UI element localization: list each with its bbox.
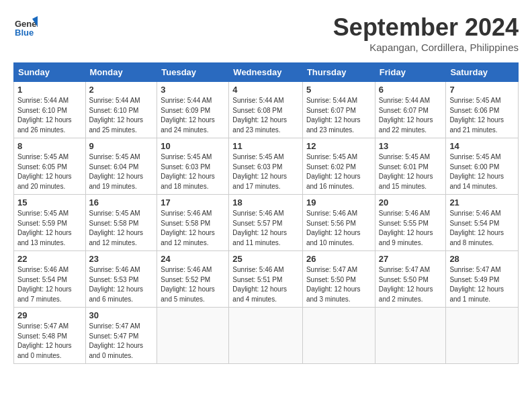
calendar-cell: 17 Sunrise: 5:46 AMSunset: 5:58 PMDaylig…	[157, 195, 229, 251]
calendar-cell: 24 Sunrise: 5:46 AMSunset: 5:52 PMDaylig…	[157, 251, 229, 308]
day-info: Sunrise: 5:45 AMSunset: 6:05 PMDaylight:…	[17, 152, 82, 191]
calendar-cell: 13 Sunrise: 5:45 AMSunset: 6:01 PMDaylig…	[375, 138, 446, 195]
day-number: 20	[379, 197, 443, 208]
header-wednesday: Wednesday	[229, 63, 303, 82]
day-number: 30	[89, 310, 154, 320]
calendar-week-row: 15 Sunrise: 5:45 AMSunset: 5:59 PMDaylig…	[14, 195, 519, 251]
calendar-body: 1 Sunrise: 5:44 AMSunset: 6:10 PMDayligh…	[14, 82, 519, 364]
day-number: 24	[161, 254, 225, 264]
day-number: 1	[17, 85, 82, 95]
calendar-cell: 2 Sunrise: 5:44 AMSunset: 6:10 PMDayligh…	[85, 82, 157, 138]
calendar-cell: 26 Sunrise: 5:47 AMSunset: 5:50 PMDaylig…	[302, 251, 375, 308]
calendar-cell	[375, 308, 446, 364]
day-info: Sunrise: 5:46 AMSunset: 5:53 PMDaylight:…	[89, 265, 154, 304]
day-info: Sunrise: 5:44 AMSunset: 6:08 PMDaylight:…	[232, 96, 299, 135]
day-number: 19	[306, 197, 371, 208]
day-info: Sunrise: 5:45 AMSunset: 6:06 PMDaylight:…	[449, 96, 515, 135]
day-info: Sunrise: 5:47 AMSunset: 5:50 PMDaylight:…	[379, 265, 443, 304]
month-title: September 2024	[333, 13, 519, 42]
calendar-cell: 4 Sunrise: 5:44 AMSunset: 6:08 PMDayligh…	[229, 82, 303, 138]
calendar-cell: 18 Sunrise: 5:46 AMSunset: 5:57 PMDaylig…	[229, 195, 303, 251]
day-info: Sunrise: 5:47 AMSunset: 5:49 PMDaylight:…	[449, 265, 515, 304]
calendar-cell: 10 Sunrise: 5:45 AMSunset: 6:03 PMDaylig…	[157, 138, 229, 195]
header-thursday: Thursday	[302, 63, 375, 82]
day-info: Sunrise: 5:45 AMSunset: 5:58 PMDaylight:…	[89, 209, 154, 248]
weekday-header-row: Sunday Monday Tuesday Wednesday Thursday…	[14, 63, 519, 82]
day-info: Sunrise: 5:47 AMSunset: 5:47 PMDaylight:…	[89, 322, 154, 361]
header-sunday: Sunday	[14, 63, 86, 82]
calendar-week-row: 22 Sunrise: 5:46 AMSunset: 5:54 PMDaylig…	[14, 251, 519, 308]
day-number: 29	[17, 310, 82, 320]
day-info: Sunrise: 5:46 AMSunset: 5:56 PMDaylight:…	[306, 209, 371, 248]
page-header: General Blue September 2024 Kapangan, Co…	[13, 13, 519, 53]
calendar-cell	[157, 308, 229, 364]
day-info: Sunrise: 5:44 AMSunset: 6:10 PMDaylight:…	[89, 96, 154, 135]
calendar-page: General Blue September 2024 Kapangan, Co…	[0, 0, 532, 371]
calendar-cell: 1 Sunrise: 5:44 AMSunset: 6:10 PMDayligh…	[14, 82, 86, 138]
svg-text:Blue: Blue	[15, 28, 34, 38]
day-number: 10	[161, 141, 225, 151]
calendar-cell: 14 Sunrise: 5:45 AMSunset: 6:00 PMDaylig…	[446, 138, 519, 195]
location-subtitle: Kapangan, Cordillera, Philippines	[333, 42, 519, 53]
day-info: Sunrise: 5:45 AMSunset: 6:02 PMDaylight:…	[306, 152, 371, 191]
calendar-cell: 29 Sunrise: 5:47 AMSunset: 5:48 PMDaylig…	[14, 308, 86, 364]
calendar-cell: 12 Sunrise: 5:45 AMSunset: 6:02 PMDaylig…	[302, 138, 375, 195]
day-info: Sunrise: 5:47 AMSunset: 5:48 PMDaylight:…	[17, 322, 82, 361]
calendar-cell: 21 Sunrise: 5:46 AMSunset: 5:54 PMDaylig…	[446, 195, 519, 251]
day-number: 21	[449, 197, 515, 208]
day-info: Sunrise: 5:44 AMSunset: 6:10 PMDaylight:…	[17, 96, 82, 135]
calendar-cell: 3 Sunrise: 5:44 AMSunset: 6:09 PMDayligh…	[157, 82, 229, 138]
day-number: 25	[232, 254, 299, 264]
day-number: 22	[17, 254, 82, 264]
calendar-cell: 30 Sunrise: 5:47 AMSunset: 5:47 PMDaylig…	[85, 308, 157, 364]
day-number: 28	[449, 254, 515, 264]
logo: General Blue	[13, 13, 40, 38]
day-number: 9	[89, 141, 154, 151]
calendar-cell: 16 Sunrise: 5:45 AMSunset: 5:58 PMDaylig…	[85, 195, 157, 251]
calendar-cell: 9 Sunrise: 5:45 AMSunset: 6:04 PMDayligh…	[85, 138, 157, 195]
day-info: Sunrise: 5:46 AMSunset: 5:51 PMDaylight:…	[232, 265, 299, 304]
day-info: Sunrise: 5:44 AMSunset: 6:09 PMDaylight:…	[161, 96, 225, 135]
header-saturday: Saturday	[446, 63, 519, 82]
calendar-week-row: 1 Sunrise: 5:44 AMSunset: 6:10 PMDayligh…	[14, 82, 519, 138]
day-info: Sunrise: 5:45 AMSunset: 6:01 PMDaylight:…	[379, 152, 443, 191]
day-number: 2	[89, 85, 154, 95]
day-number: 16	[89, 197, 154, 208]
calendar-cell: 23 Sunrise: 5:46 AMSunset: 5:53 PMDaylig…	[85, 251, 157, 308]
logo-icon: General Blue	[13, 13, 38, 38]
day-info: Sunrise: 5:45 AMSunset: 6:00 PMDaylight:…	[449, 152, 515, 191]
day-number: 13	[379, 141, 443, 151]
day-number: 6	[379, 85, 443, 95]
calendar-table: Sunday Monday Tuesday Wednesday Thursday…	[13, 62, 519, 364]
calendar-cell	[446, 308, 519, 364]
header-monday: Monday	[85, 63, 157, 82]
day-number: 14	[449, 141, 515, 151]
day-info: Sunrise: 5:47 AMSunset: 5:50 PMDaylight:…	[306, 265, 371, 304]
day-number: 11	[232, 141, 299, 151]
day-info: Sunrise: 5:44 AMSunset: 6:07 PMDaylight:…	[379, 96, 443, 135]
day-number: 18	[232, 197, 299, 208]
calendar-week-row: 29 Sunrise: 5:47 AMSunset: 5:48 PMDaylig…	[14, 308, 519, 364]
calendar-cell: 7 Sunrise: 5:45 AMSunset: 6:06 PMDayligh…	[446, 82, 519, 138]
header-tuesday: Tuesday	[157, 63, 229, 82]
day-info: Sunrise: 5:46 AMSunset: 5:55 PMDaylight:…	[379, 209, 443, 248]
calendar-cell: 8 Sunrise: 5:45 AMSunset: 6:05 PMDayligh…	[14, 138, 86, 195]
day-number: 12	[306, 141, 371, 151]
day-info: Sunrise: 5:45 AMSunset: 5:59 PMDaylight:…	[17, 209, 82, 248]
day-info: Sunrise: 5:46 AMSunset: 5:54 PMDaylight:…	[449, 209, 515, 248]
day-number: 27	[379, 254, 443, 264]
day-info: Sunrise: 5:46 AMSunset: 5:52 PMDaylight:…	[161, 265, 225, 304]
day-info: Sunrise: 5:46 AMSunset: 5:57 PMDaylight:…	[232, 209, 299, 248]
calendar-cell: 19 Sunrise: 5:46 AMSunset: 5:56 PMDaylig…	[302, 195, 375, 251]
day-info: Sunrise: 5:45 AMSunset: 6:04 PMDaylight:…	[89, 152, 154, 191]
calendar-cell: 22 Sunrise: 5:46 AMSunset: 5:54 PMDaylig…	[14, 251, 86, 308]
calendar-cell: 20 Sunrise: 5:46 AMSunset: 5:55 PMDaylig…	[375, 195, 446, 251]
day-number: 23	[89, 254, 154, 264]
day-info: Sunrise: 5:45 AMSunset: 6:03 PMDaylight:…	[232, 152, 299, 191]
day-number: 17	[161, 197, 225, 208]
calendar-cell: 28 Sunrise: 5:47 AMSunset: 5:49 PMDaylig…	[446, 251, 519, 308]
day-number: 4	[232, 85, 299, 95]
day-info: Sunrise: 5:44 AMSunset: 6:07 PMDaylight:…	[306, 96, 371, 135]
calendar-cell: 27 Sunrise: 5:47 AMSunset: 5:50 PMDaylig…	[375, 251, 446, 308]
calendar-cell: 6 Sunrise: 5:44 AMSunset: 6:07 PMDayligh…	[375, 82, 446, 138]
